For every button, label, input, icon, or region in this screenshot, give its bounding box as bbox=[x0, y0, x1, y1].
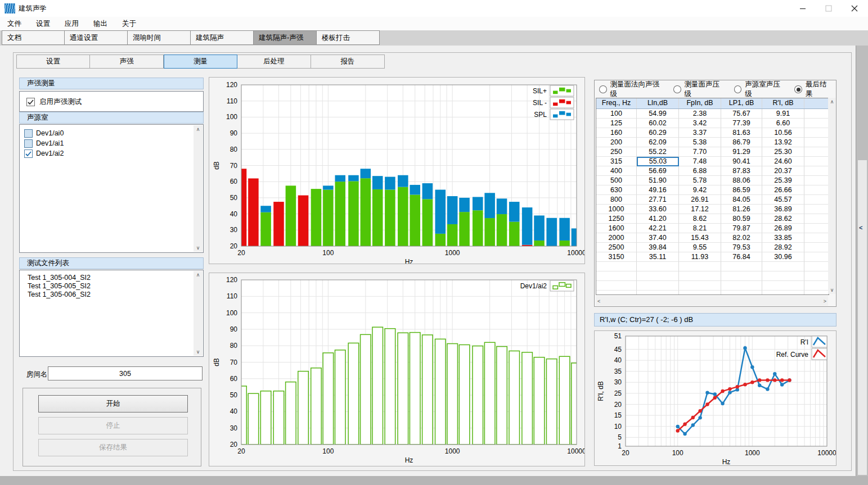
table-cell[interactable]: 2500 bbox=[596, 243, 637, 252]
table-cell[interactable] bbox=[804, 109, 829, 119]
table-cell[interactable]: 39.84 bbox=[637, 243, 679, 252]
table-cell[interactable]: 90.41 bbox=[721, 157, 762, 166]
subtab-3[interactable]: 后处理 bbox=[237, 55, 311, 69]
table-cell[interactable] bbox=[637, 262, 679, 271]
table-cell[interactable]: 3.42 bbox=[679, 119, 721, 128]
radio-option-1[interactable]: 测量面声压级 bbox=[673, 80, 728, 99]
table-cell[interactable]: 49.16 bbox=[637, 185, 679, 195]
table-cell[interactable] bbox=[721, 291, 762, 295]
table-cell[interactable]: 87.83 bbox=[721, 166, 762, 176]
tab-2[interactable]: 混响时间 bbox=[128, 30, 191, 45]
test-file-item-1[interactable]: Test 1_305-005_SI2 bbox=[20, 282, 203, 291]
test-file-item-2[interactable]: Test 1_305-006_SI2 bbox=[20, 291, 203, 299]
table-cell[interactable]: 3.37 bbox=[679, 128, 721, 138]
table-cell[interactable]: 55.03 bbox=[637, 157, 679, 166]
table-cell[interactable]: 10.56 bbox=[762, 128, 804, 138]
table-cell[interactable] bbox=[721, 262, 762, 271]
table-cell[interactable] bbox=[804, 214, 829, 224]
splitter-thumb[interactable] bbox=[858, 160, 867, 475]
table-cell[interactable]: 315 bbox=[596, 157, 637, 166]
table-cell[interactable]: 125 bbox=[596, 119, 637, 128]
scroll-down-icon[interactable]: ∨ bbox=[830, 286, 834, 294]
save-results-button[interactable]: 保存结果 bbox=[38, 439, 188, 456]
table-cell[interactable]: 60.02 bbox=[637, 119, 679, 128]
table-cell[interactable]: 54.99 bbox=[637, 109, 679, 119]
splitter-strip[interactable]: < bbox=[856, 46, 868, 476]
table-cell[interactable]: 200 bbox=[596, 138, 637, 147]
table-cell[interactable]: 51.90 bbox=[637, 176, 679, 185]
room-name-input[interactable] bbox=[48, 366, 203, 380]
channel-checkbox[interactable] bbox=[24, 129, 33, 138]
tab-5[interactable]: 楼板打击 bbox=[317, 30, 380, 45]
channel-item-0[interactable]: Dev1/ai0 bbox=[20, 128, 203, 138]
table-cell[interactable]: 30.96 bbox=[762, 252, 804, 262]
table-cell[interactable] bbox=[804, 128, 829, 138]
table-cell[interactable]: 26.91 bbox=[679, 195, 721, 205]
table-cell[interactable]: 41.20 bbox=[637, 214, 679, 224]
table-cell[interactable]: 1600 bbox=[596, 224, 637, 233]
table-cell[interactable]: 88.06 bbox=[721, 176, 762, 185]
radio-option-0[interactable]: 测量面法向声强级 bbox=[599, 80, 668, 99]
table-cell[interactable] bbox=[804, 271, 829, 281]
table-cell[interactable]: 17.12 bbox=[679, 205, 721, 214]
table-cell[interactable] bbox=[596, 271, 637, 281]
table-cell[interactable] bbox=[804, 157, 829, 166]
table-cell[interactable] bbox=[804, 252, 829, 262]
table-cell[interactable]: 42.21 bbox=[637, 224, 679, 233]
table-cell[interactable]: 56.69 bbox=[637, 166, 679, 176]
table-cell[interactable]: 5.38 bbox=[679, 138, 721, 147]
table-cell[interactable] bbox=[804, 176, 829, 185]
table-cell[interactable]: 13.92 bbox=[762, 138, 804, 147]
table-cell[interactable] bbox=[679, 271, 721, 281]
table-cell[interactable]: 11.93 bbox=[679, 252, 721, 262]
table-cell[interactable]: 5.78 bbox=[679, 176, 721, 185]
table-cell[interactable] bbox=[804, 205, 829, 214]
table-horizontal-scrollbar[interactable]: < > bbox=[596, 296, 828, 306]
table-cell[interactable] bbox=[804, 119, 829, 128]
scroll-down-icon[interactable]: ∨ bbox=[196, 244, 200, 252]
table-cell[interactable]: 81.63 bbox=[721, 128, 762, 138]
enable-intensity-checkbox[interactable] bbox=[26, 98, 35, 106]
table-cell[interactable] bbox=[804, 233, 829, 243]
scroll-left-icon[interactable]: < bbox=[597, 297, 600, 305]
channel-item-2[interactable]: Dev1/ai2 bbox=[20, 148, 203, 158]
table-cell[interactable]: 25.30 bbox=[762, 147, 804, 157]
table-cell[interactable]: 2.38 bbox=[679, 109, 721, 119]
menu-item-1[interactable]: 设置 bbox=[29, 17, 57, 30]
table-cell[interactable] bbox=[596, 281, 637, 291]
radio-option-2[interactable]: 声源室声压级 bbox=[734, 80, 789, 99]
scroll-up-icon[interactable]: ∧ bbox=[196, 271, 200, 279]
channel-list-scrollbar[interactable]: ∧ ∨ bbox=[194, 125, 203, 252]
table-cell[interactable]: 35.11 bbox=[637, 252, 679, 262]
table-cell[interactable]: 60.29 bbox=[637, 128, 679, 138]
table-cell[interactable] bbox=[804, 224, 829, 233]
table-cell[interactable]: 36.89 bbox=[762, 205, 804, 214]
table-cell[interactable]: 75.67 bbox=[721, 109, 762, 119]
menu-item-3[interactable]: 输出 bbox=[86, 17, 115, 30]
table-cell[interactable]: 33.60 bbox=[637, 205, 679, 214]
table-cell[interactable] bbox=[679, 281, 721, 291]
subtab-1[interactable]: 声强 bbox=[90, 55, 164, 69]
table-cell[interactable]: 800 bbox=[596, 195, 637, 205]
table-cell[interactable]: 400 bbox=[596, 166, 637, 176]
close-button[interactable] bbox=[842, 0, 867, 17]
tab-0[interactable]: 文档 bbox=[2, 30, 65, 45]
table-cell[interactable] bbox=[637, 291, 679, 295]
table-cell[interactable]: 500 bbox=[596, 176, 637, 185]
table-cell[interactable]: 6.60 bbox=[762, 119, 804, 128]
table-cell[interactable]: 3150 bbox=[596, 252, 637, 262]
table-cell[interactable]: 7.70 bbox=[679, 147, 721, 157]
table-cell[interactable]: 250 bbox=[596, 147, 637, 157]
start-button[interactable]: 开始 bbox=[38, 395, 188, 413]
table-cell[interactable] bbox=[804, 243, 829, 252]
table-cell[interactable]: 37.40 bbox=[637, 233, 679, 243]
radio-option-3[interactable]: 最后结果 bbox=[794, 80, 836, 99]
table-cell[interactable]: 1250 bbox=[596, 214, 637, 224]
table-cell[interactable] bbox=[679, 262, 721, 271]
menu-item-4[interactable]: 关于 bbox=[115, 17, 143, 30]
table-cell[interactable]: 9.55 bbox=[679, 243, 721, 252]
table-cell[interactable]: 86.59 bbox=[721, 185, 762, 195]
collapse-arrow-icon[interactable]: < bbox=[859, 224, 862, 231]
table-cell[interactable]: 77.39 bbox=[721, 119, 762, 128]
table-cell[interactable] bbox=[804, 262, 829, 271]
